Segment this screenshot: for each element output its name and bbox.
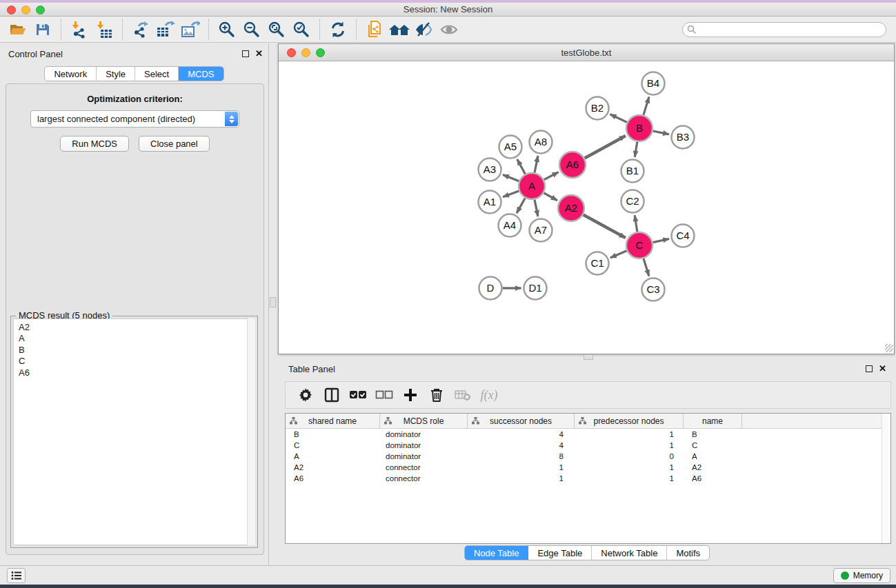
result-item[interactable]: A2 <box>19 322 255 333</box>
gear-icon[interactable] <box>294 385 317 405</box>
result-item[interactable]: A6 <box>19 367 255 378</box>
edge-A-A7[interactable] <box>535 200 538 216</box>
edge-A-A8[interactable] <box>535 156 538 172</box>
function-icon[interactable]: f(x) <box>477 385 501 405</box>
table-row[interactable]: A6connector11A6 <box>286 473 890 484</box>
column-header-successor-nodes[interactable]: successor nodes <box>468 414 575 428</box>
node-B1[interactable]: B1 <box>621 160 644 183</box>
zoom-fit-icon[interactable] <box>264 19 289 41</box>
task-history-button[interactable] <box>7 568 26 583</box>
network-canvas[interactable]: B4B2BB3A8A5A6A3B1AA1C2A2A4A7C4CC1C3DD1 <box>279 61 894 353</box>
result-item[interactable]: B <box>19 345 255 356</box>
node-B3[interactable]: B3 <box>672 126 695 149</box>
export-table-icon[interactable] <box>153 19 178 41</box>
node-A1[interactable]: A1 <box>479 191 501 214</box>
edge-B-B3[interactable] <box>653 131 669 134</box>
tab-style[interactable]: Style <box>97 67 135 81</box>
minimize-window-button[interactable] <box>21 6 30 14</box>
edge-C-C2[interactable] <box>635 215 637 232</box>
tab-network-table[interactable]: Network Table <box>592 546 667 560</box>
column-header-MCDS-role[interactable]: MCDS role <box>380 414 468 428</box>
delete-table-icon[interactable] <box>451 385 475 405</box>
table-row[interactable]: Cdominator41C <box>286 440 890 451</box>
edge-B-B4[interactable] <box>644 97 649 115</box>
edge-B-B2[interactable] <box>610 114 627 123</box>
column-header-predecessor-nodes[interactable]: predecessor nodes <box>575 414 684 428</box>
result-item[interactable]: A <box>19 333 255 344</box>
float-panel-icon[interactable] <box>242 50 249 57</box>
eye-icon[interactable] <box>437 19 461 41</box>
run-mcds-button[interactable]: Run MCDS <box>60 136 129 152</box>
edge-C-C4[interactable] <box>653 239 669 242</box>
node-B4[interactable]: B4 <box>642 72 665 95</box>
node-D1[interactable]: D1 <box>524 277 547 300</box>
edge-A-A2[interactable] <box>544 193 557 201</box>
node-C1[interactable]: C1 <box>586 252 609 275</box>
result-item[interactable]: C <box>19 356 255 367</box>
search-input[interactable] <box>682 22 886 37</box>
close-panel-button[interactable]: Close panel <box>139 136 210 152</box>
edge-A-A3[interactable] <box>503 175 519 181</box>
add-column-icon[interactable] <box>399 385 422 405</box>
node-A2[interactable]: A2 <box>558 195 584 221</box>
eye-slash-icon[interactable] <box>412 19 437 41</box>
node-C3[interactable]: C3 <box>642 278 665 301</box>
trash-icon[interactable] <box>425 385 448 405</box>
node-A5[interactable]: A5 <box>499 136 522 159</box>
open-file-icon[interactable] <box>6 19 30 41</box>
zoom-selected-icon[interactable] <box>289 19 314 41</box>
tab-select[interactable]: Select <box>135 67 179 81</box>
import-table-icon[interactable] <box>92 19 117 41</box>
minimize-network-button[interactable] <box>301 48 310 57</box>
tab-edge-table[interactable]: Edge Table <box>528 546 592 560</box>
tab-motifs[interactable]: Motifs <box>667 546 709 560</box>
table-row[interactable]: Bdominator41B <box>286 429 890 440</box>
close-table-panel-icon[interactable]: ✕ <box>879 364 886 373</box>
table-row[interactable]: A2connector11A2 <box>286 462 890 473</box>
zoom-window-button[interactable] <box>36 6 45 14</box>
node-C4[interactable]: C4 <box>672 225 695 247</box>
close-window-button[interactable] <box>7 6 16 14</box>
node-A7[interactable]: A7 <box>530 219 552 242</box>
node-B2[interactable]: B2 <box>586 97 609 120</box>
vertical-splitter-handle[interactable] <box>270 297 276 307</box>
zoom-out-icon[interactable] <box>239 19 264 41</box>
edge-C-C3[interactable] <box>644 258 649 276</box>
select-all-icon[interactable] <box>346 385 370 405</box>
deselect-all-icon[interactable] <box>372 385 396 405</box>
edge-C-C1[interactable] <box>610 251 627 258</box>
result-list-scrollbar[interactable] <box>247 318 255 545</box>
import-network-icon[interactable] <box>67 19 92 41</box>
export-image-icon[interactable] <box>178 19 203 41</box>
column-header-shared-name[interactable]: shared name <box>286 414 380 428</box>
tab-node-table[interactable]: Node Table <box>465 546 529 560</box>
criterion-dropdown[interactable]: largest connected component (directed) <box>30 110 239 128</box>
zoom-in-icon[interactable] <box>215 19 239 41</box>
node-A8[interactable]: A8 <box>530 131 552 154</box>
node-D[interactable]: D <box>479 277 502 300</box>
table-row[interactable]: Adominator80A <box>286 451 890 462</box>
zoom-network-button[interactable] <box>316 48 325 57</box>
tab-mcds[interactable]: MCDS <box>179 67 223 81</box>
close-network-button[interactable] <box>287 48 296 57</box>
node-A6[interactable]: A6 <box>559 152 586 178</box>
refresh-icon[interactable] <box>326 19 350 41</box>
home-icon[interactable] <box>387 19 412 41</box>
duplicate-network-icon[interactable] <box>362 19 387 41</box>
edge-A-A1[interactable] <box>503 191 519 197</box>
node-C2[interactable]: C2 <box>621 190 644 213</box>
node-A3[interactable]: A3 <box>479 159 501 181</box>
close-panel-icon[interactable]: ✕ <box>255 49 263 58</box>
edge-A6-B[interactable] <box>585 136 626 158</box>
node-A4[interactable]: A4 <box>499 214 521 237</box>
float-table-panel-icon[interactable] <box>866 365 873 372</box>
node-A[interactable]: A <box>519 173 545 199</box>
table-scrollbar[interactable] <box>882 414 890 543</box>
edge-A-A4[interactable] <box>517 198 525 213</box>
resize-grip-icon[interactable] <box>885 344 893 352</box>
columns-icon[interactable] <box>320 385 344 405</box>
memory-button[interactable]: Memory <box>833 568 890 583</box>
column-header-name[interactable]: name <box>684 414 742 428</box>
tab-network[interactable]: Network <box>45 67 97 81</box>
export-network-icon[interactable] <box>128 19 153 41</box>
